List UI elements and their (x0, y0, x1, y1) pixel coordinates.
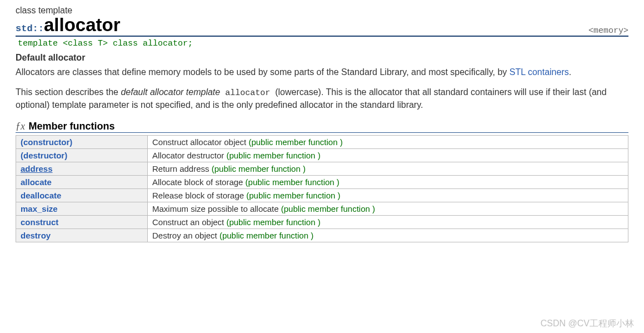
title-row: std::allocator <memory> (16, 14, 628, 36)
member-category: (public member function ) (248, 137, 342, 147)
signature-box: template <class T> class allocator; (16, 36, 628, 49)
member-desc: Allocate block of storage (152, 177, 246, 187)
member-category: (public member function ) (226, 217, 320, 227)
member-category: (public member function ) (219, 231, 313, 240)
member-desc-cell: Allocator destructor (public member func… (148, 149, 628, 162)
table-row: addressReturn address (public member fun… (16, 162, 628, 176)
member-name-cell: allocate (16, 176, 148, 189)
member-category: (public member function ) (246, 177, 340, 187)
member-name-cell: (destructor) (16, 149, 148, 162)
member-desc: Release block of storage (152, 191, 246, 200)
member-link[interactable]: address (21, 164, 53, 173)
para1-post: . (569, 67, 571, 77)
table-row: max_sizeMaximum size possible to allocat… (16, 202, 628, 216)
member-category: (public member function ) (226, 151, 320, 160)
para2-emph: default allocator template (121, 87, 220, 97)
member-desc: Allocator destructor (152, 151, 226, 160)
stl-containers-link[interactable]: STL containers (510, 67, 569, 77)
table-row: (destructor)Allocator destructor (public… (16, 149, 628, 162)
paragraph-2: This section describes the default alloc… (16, 86, 628, 111)
table-row: allocateAllocate block of storage (publi… (16, 176, 628, 189)
member-desc: Construct allocator object (152, 137, 248, 147)
sub-heading: Default allocator (16, 53, 628, 63)
member-desc: Destroy an object (152, 231, 219, 240)
member-name-cell: max_size (16, 202, 148, 216)
member-category: (public member function ) (246, 191, 340, 200)
member-desc: Return address (152, 164, 212, 173)
member-desc-cell: Allocate block of storage (public member… (148, 176, 628, 189)
member-category: (public member function ) (212, 164, 306, 173)
table-row: destroyDestroy an object (public member … (16, 229, 628, 242)
member-link[interactable]: max_size (21, 204, 58, 213)
member-name-cell: address (16, 162, 148, 176)
member-desc-cell: Destroy an object (public member functio… (148, 229, 628, 242)
member-category: (public member function ) (281, 204, 375, 213)
fx-icon: ƒx (16, 121, 25, 132)
title-left: std::allocator (16, 14, 121, 36)
member-desc-cell: Construct allocator object (public membe… (148, 136, 628, 149)
signature-text: template <class T> class allocator; (18, 39, 193, 48)
member-desc-cell: Release block of storage (public member … (148, 189, 628, 202)
para1-pre: Allocators are classes that define memor… (16, 67, 510, 77)
header-include: <memory> (588, 26, 628, 36)
member-link[interactable]: destroy (21, 231, 51, 240)
member-desc-cell: Maximum size possible to allocate (publi… (148, 202, 628, 216)
para2-mono: allocator (220, 88, 275, 98)
member-name-cell: construct (16, 216, 148, 229)
table-row: constructConstruct an object (public mem… (16, 216, 628, 229)
member-name-cell: (constructor) (16, 136, 148, 149)
member-name-cell: destroy (16, 229, 148, 242)
paragraph-1: Allocators are classes that define memor… (16, 66, 628, 78)
member-link[interactable]: (constructor) (21, 137, 72, 147)
para2-a: This section describes the (16, 87, 121, 97)
member-link[interactable]: (destructor) (21, 151, 67, 160)
member-link[interactable]: deallocate (21, 191, 61, 200)
table-row: deallocateRelease block of storage (publ… (16, 189, 628, 202)
namespace-text: std:: (16, 23, 44, 34)
section-heading: ƒx Member functions (16, 121, 628, 133)
page-title: allocator (44, 14, 121, 35)
member-desc-cell: Construct an object (public member funct… (148, 216, 628, 229)
member-desc-cell: Return address (public member function ) (148, 162, 628, 176)
member-name-cell: deallocate (16, 189, 148, 202)
member-link[interactable]: construct (21, 217, 58, 227)
section-title: Member functions (28, 121, 114, 132)
members-table: (constructor)Construct allocator object … (16, 135, 628, 242)
member-desc: Construct an object (152, 217, 226, 227)
member-desc: Maximum size possible to allocate (152, 204, 281, 213)
member-link[interactable]: allocate (21, 177, 52, 187)
table-row: (constructor)Construct allocator object … (16, 136, 628, 149)
